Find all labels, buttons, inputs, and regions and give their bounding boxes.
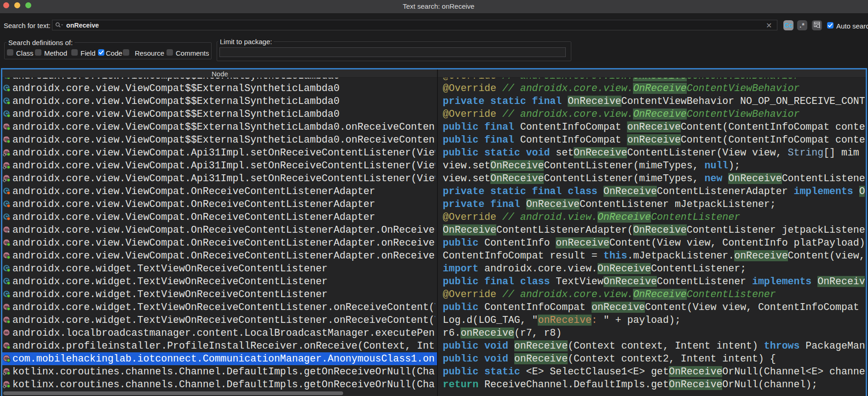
svg-text:m: m	[5, 330, 8, 335]
